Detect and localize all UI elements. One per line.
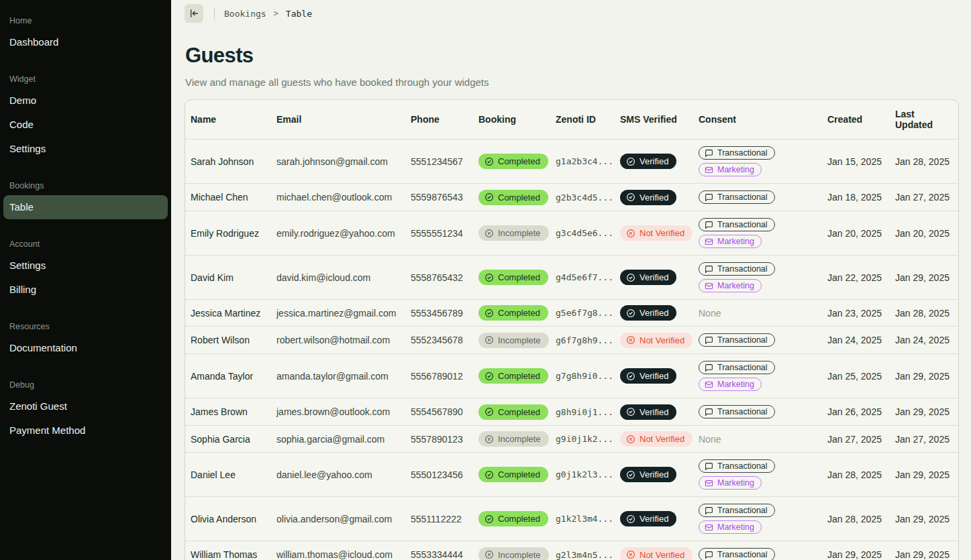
cell-booking: Completed (473, 139, 550, 184)
sidebar-section-home: HomeDashboard (0, 10, 171, 54)
cell-name: James Brown (185, 398, 271, 426)
cell-zenoti-id: g2b3c4d5... (550, 184, 615, 211)
x-circle-icon (626, 550, 635, 559)
sidebar-item-documentation[interactable]: Documentation (3, 336, 168, 360)
status-badge-completed: Completed (478, 467, 548, 482)
check-circle-icon (626, 514, 635, 524)
cell-zenoti-id: g9i0j1k2... (550, 426, 615, 453)
breadcrumb-table[interactable]: Table (286, 9, 312, 19)
check-circle-icon (484, 372, 494, 381)
consent-chip-transactional: Transactional (699, 333, 775, 347)
cell-created: Jan 20, 2025 (822, 211, 890, 256)
cell-booking: Incomplete (473, 541, 550, 560)
badge-label: Not Verified (640, 434, 684, 444)
cell-consent: Transactional (693, 541, 822, 560)
consent-stack: Transactional (699, 332, 817, 348)
consent-stack: TransactionalMarketing (699, 502, 817, 535)
consent-stack: TransactionalMarketing (699, 458, 817, 491)
sidebar-section-label: Account (0, 233, 171, 254)
x-circle-icon (626, 335, 635, 345)
check-circle-icon (626, 273, 635, 282)
message-square-icon (705, 462, 713, 471)
badge-label: Transactional (717, 148, 768, 158)
check-circle-icon (484, 514, 494, 524)
sidebar-item-payment-method[interactable]: Payment Method (3, 418, 168, 443)
message-square-icon (705, 265, 713, 274)
cell-created: Jan 23, 2025 (822, 300, 890, 327)
sidebar-item-table[interactable]: Table (3, 195, 168, 219)
panel-left-collapse-icon (189, 8, 199, 19)
sidebar-section-label: Widget (0, 68, 171, 89)
cell-zenoti-id: g6f7g8h9... (550, 327, 615, 354)
column-header-booking: Booking (473, 100, 550, 139)
status-badge-completed: Completed (478, 404, 548, 420)
status-badge-incomplete: Incomplete (478, 431, 549, 447)
sidebar-item-zenoti-guest[interactable]: Zenoti Guest (3, 394, 168, 418)
sidebar-item-billing[interactable]: Billing (3, 278, 168, 302)
status-badge-completed: Completed (478, 511, 548, 526)
cell-email: amanda.taylor@gmail.com (271, 354, 405, 398)
badge-label: Completed (498, 407, 540, 417)
table-row: David Kimdavid.kim@icloud.com5558765432C… (185, 256, 958, 300)
sidebar-section-account: AccountSettingsBilling (0, 233, 171, 302)
status-badge-verified: Verified (620, 270, 676, 285)
cell-created: Jan 15, 2025 (822, 139, 890, 184)
cell-consent: TransactionalMarketing (693, 453, 822, 497)
status-badge-notverified: Not Verified (620, 225, 693, 241)
status-badge-verified: Verified (620, 404, 676, 420)
badge-label: Completed (498, 192, 540, 203)
sidebar-item-settings[interactable]: Settings (3, 137, 168, 161)
check-circle-icon (626, 309, 635, 318)
column-header-sms-verified: SMS Verified (615, 100, 693, 139)
sidebar-section-label: Debug (0, 374, 171, 394)
table-header: NameEmailPhoneBookingZenoti IDSMS Verifi… (185, 100, 958, 139)
x-circle-icon (626, 229, 635, 238)
check-circle-icon (484, 309, 494, 318)
badge-label: Completed (498, 469, 540, 480)
sidebar-item-dashboard[interactable]: Dashboard (3, 30, 168, 54)
badge-label: Verified (640, 469, 668, 480)
cell-booking: Completed (473, 300, 550, 327)
cell-created: Jan 27, 2025 (822, 426, 890, 453)
status-badge-completed: Completed (478, 190, 548, 205)
cell-booking: Incomplete (473, 426, 550, 453)
cell-consent: TransactionalMarketing (693, 139, 822, 184)
cell-created: Jan 28, 2025 (822, 497, 890, 541)
cell-consent: Transactional (693, 327, 822, 354)
consent-chip-transactional: Transactional (699, 405, 775, 418)
page-title: Guests (185, 44, 959, 68)
status-badge-verified: Verified (620, 190, 676, 205)
cell-last-updated: Jan 27, 2025 (890, 426, 958, 453)
consent-none-label: None (699, 308, 721, 319)
cell-email: olivia.anderson@gmail.com (271, 497, 405, 541)
badge-label: Completed (498, 308, 540, 318)
message-square-icon (705, 551, 713, 559)
badge-label: Transactional (717, 461, 768, 471)
status-badge-completed: Completed (478, 270, 548, 285)
sidebar-item-demo[interactable]: Demo (3, 89, 168, 113)
message-square-icon (705, 336, 713, 345)
mail-icon (705, 237, 713, 246)
table-row: Emily Rodriguezemily.rodriguez@yahoo.com… (185, 211, 958, 256)
cell-phone: 5556789012 (405, 354, 473, 398)
cell-name: David Kim (185, 256, 271, 300)
cell-sms-verified: Verified (615, 453, 693, 497)
breadcrumb-bookings[interactable]: Bookings (224, 9, 266, 19)
cell-last-updated: Jan 29, 2025 (890, 497, 958, 541)
sidebar-item-settings[interactable]: Settings (3, 254, 168, 278)
sidebar-collapse-button[interactable] (185, 4, 203, 23)
check-circle-icon (484, 470, 494, 480)
table-row: Olivia Andersonolivia.anderson@gmail.com… (185, 497, 958, 541)
badge-label: Marketing (717, 380, 754, 389)
consent-chip-transactional: Transactional (699, 504, 775, 517)
cell-sms-verified: Verified (615, 300, 693, 327)
main-content: Bookings > Table Guests View and manage … (171, 0, 971, 560)
consent-chip-transactional: Transactional (699, 262, 775, 276)
sidebar-item-code[interactable]: Code (3, 113, 168, 137)
table-row: Daniel Leedaniel.lee@yahoo.com5550123456… (185, 453, 958, 497)
cell-sms-verified: Verified (615, 354, 693, 398)
x-circle-icon (484, 550, 494, 559)
cell-phone: 5553456789 (405, 300, 473, 327)
table-row: William Thomaswilliam.thomas@icloud.com5… (185, 541, 958, 560)
cell-sms-verified: Verified (615, 139, 693, 184)
